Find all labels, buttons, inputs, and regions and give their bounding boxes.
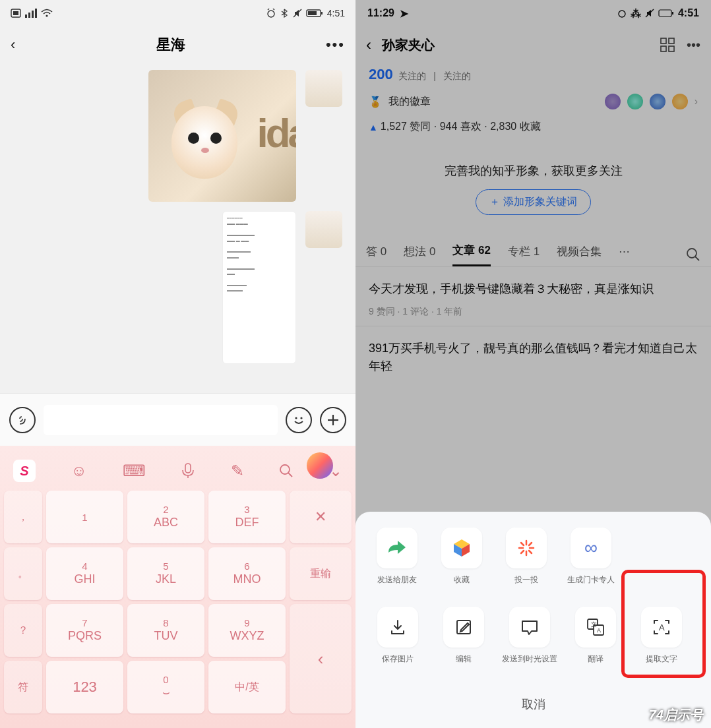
promo-text: 完善我的知乎形象，获取更多关注 (369, 163, 698, 179)
svg-line-38 (529, 543, 532, 545)
svg-text:文: 文 (591, 621, 597, 628)
svg-rect-1 (13, 11, 18, 15)
key-7[interactable]: 7PQRS (46, 604, 123, 657)
tab-more[interactable]: ⋯ (619, 245, 630, 265)
more-button[interactable]: ••• (687, 38, 700, 53)
keyboard-float-avatar[interactable] (307, 452, 333, 479)
badge-row[interactable]: 🏅 我的徽章 › (356, 86, 711, 117)
key-2[interactable]: 2ABC (127, 491, 204, 543)
back-button[interactable]: ‹ (366, 36, 371, 54)
save-image[interactable]: 保存图片 (365, 607, 431, 674)
key-comma[interactable]: ， (4, 491, 42, 543)
kb-mic-icon[interactable] (181, 462, 195, 479)
emoji-button[interactable] (286, 407, 312, 433)
kb-search-icon[interactable] (279, 464, 294, 478)
image-message-screenshot[interactable]: ━━━━━━▬▬ ▬▬▬▬▬▬▬▬▬▬▬▬ ▬ ▬▬▬▬▬▬▬▬▬▬▬▬▬▬▬▬… (222, 211, 296, 364)
key-reinput[interactable]: 重输 (290, 547, 352, 600)
key-0[interactable]: 0⌣ (127, 661, 204, 713)
link-icon: ∞ (571, 528, 611, 568)
article-meta: 9 赞同 · 1 评论 · 1 年前 (369, 306, 698, 318)
status-bar: 11:29 ➤ ⁂ 4:51 (356, 0, 711, 26)
svg-rect-13 (308, 11, 317, 15)
article-title: 今天才发现，手机拨号键隐藏着３大秘密，真是涨知识 (369, 280, 698, 298)
smile-icon (291, 412, 307, 428)
svg-line-9 (273, 9, 274, 10)
spark-icon (506, 528, 547, 568)
vote[interactable]: 投一投 (494, 528, 559, 595)
svg-line-36 (521, 543, 524, 545)
chevron-right-icon: › (695, 96, 698, 107)
collect[interactable]: 收藏 (429, 528, 494, 595)
kb-keyboard-icon[interactable]: ⌨ (123, 462, 146, 480)
key-backspace[interactable]: ✕ (290, 491, 352, 543)
chat-title: 星海 (156, 35, 185, 55)
key-lang[interactable]: 中/英 (208, 661, 286, 713)
svg-point-20 (280, 465, 290, 474)
badge-label: 我的徽章 (388, 95, 431, 109)
profile-title: 孙家夹心 (382, 36, 435, 54)
key-123[interactable]: 123 (46, 661, 123, 713)
keyboard-toolbar: S ☺ ⌨ ✎ ⌄ (0, 451, 356, 491)
key-blank[interactable]: ‹ (290, 604, 352, 713)
svg-point-15 (300, 417, 302, 419)
tab-columns[interactable]: 专栏 1 (508, 244, 540, 266)
search-icon[interactable] (686, 247, 700, 262)
edit[interactable]: 编辑 (431, 607, 497, 674)
avatar[interactable] (305, 70, 342, 107)
key-period[interactable]: 。 (4, 547, 42, 600)
promo-button[interactable]: ＋ 添加形象关键词 (476, 189, 590, 215)
svg-point-7 (268, 11, 274, 17)
kb-handwrite-icon[interactable]: ✎ (231, 462, 244, 480)
qr-icon[interactable] (660, 38, 675, 52)
message-input[interactable] (44, 405, 278, 435)
svg-line-37 (529, 551, 532, 553)
stats-text: 1,527 赞同 · 944 喜欢 · 2,830 收藏 (381, 120, 541, 134)
cube-icon (441, 528, 482, 568)
kb-emoji-icon[interactable]: ☺ (71, 462, 88, 480)
avatar[interactable] (305, 211, 342, 248)
stats-row[interactable]: ▲ 1,527 赞同 · 944 喜欢 · 2,830 收藏 (356, 117, 711, 143)
status-time: 11:29 (367, 7, 394, 19)
more-button[interactable]: ••• (326, 36, 345, 53)
tab-ideas[interactable]: 想法 0 (404, 244, 435, 266)
svg-rect-25 (672, 12, 673, 15)
tab-answers[interactable]: 答 0 (366, 244, 386, 266)
article-item[interactable]: 今天才发现，手机拨号键隐藏着３大秘密，真是涨知识 9 赞同 · 1 评论 · 1… (356, 266, 711, 326)
mute-icon (293, 9, 302, 18)
sogou-logo-icon[interactable]: S (13, 460, 36, 482)
svg-line-31 (695, 257, 699, 260)
tab-articles[interactable]: 文章 62 (452, 243, 491, 266)
svg-text:A: A (597, 627, 601, 634)
article-item[interactable]: 391万买手机号火了，靓号真的那么值钱吗？看完才知道自己太年轻 (356, 326, 711, 383)
back-button[interactable]: ‹ (11, 36, 15, 53)
status-bar: 4:51 (0, 0, 356, 26)
key-question[interactable]: ？ (4, 604, 42, 657)
voice-button[interactable] (9, 407, 36, 433)
svg-line-39 (521, 551, 524, 553)
translate[interactable]: 文A 翻译 (563, 607, 629, 674)
key-4[interactable]: 4GHI (46, 547, 123, 600)
key-8[interactable]: 8TUV (127, 604, 204, 657)
svg-rect-3 (28, 13, 30, 18)
key-symbol[interactable]: 符 (4, 661, 42, 713)
key-3[interactable]: 3DEF (208, 491, 286, 543)
chat-screen: 4:51 ‹ 星海 ••• ida ━━━━━━▬▬ ▬▬▬▬▬▬▬▬▬▬▬▬ … (0, 0, 356, 728)
key-5[interactable]: 5JKL (127, 547, 204, 600)
keyboard: S ☺ ⌨ ✎ ⌄ ， 1 2ABC 3DEF ✕ 。 4GHI 5JKL 6M… (0, 446, 356, 728)
sound-wave-icon (15, 413, 30, 427)
svg-rect-2 (25, 15, 27, 18)
follow-counts: 200 关注的 | 关注的 (356, 63, 711, 86)
image-message-cat[interactable]: ida (148, 70, 296, 202)
key-9[interactable]: 9WXYZ (208, 604, 286, 657)
mini-program[interactable]: ∞ 生成门卡专人 (559, 528, 623, 595)
key-1[interactable]: 1 (46, 491, 123, 543)
tab-videos[interactable]: 视频合集 (557, 244, 602, 266)
send-moments[interactable]: 发送到时光设置 (497, 607, 563, 674)
key-6[interactable]: 6MNO (208, 547, 286, 600)
svg-point-30 (687, 249, 696, 258)
chat-body[interactable]: ida ━━━━━━▬▬ ▬▬▬▬▬▬▬▬▬▬▬▬ ▬ ▬▬▬▬▬▬▬▬▬▬▬▬… (0, 63, 356, 393)
svg-rect-12 (321, 12, 323, 15)
plus-button[interactable] (320, 407, 346, 433)
share-to-friend[interactable]: 发送给朋友 (365, 528, 429, 595)
download-icon (377, 607, 418, 648)
